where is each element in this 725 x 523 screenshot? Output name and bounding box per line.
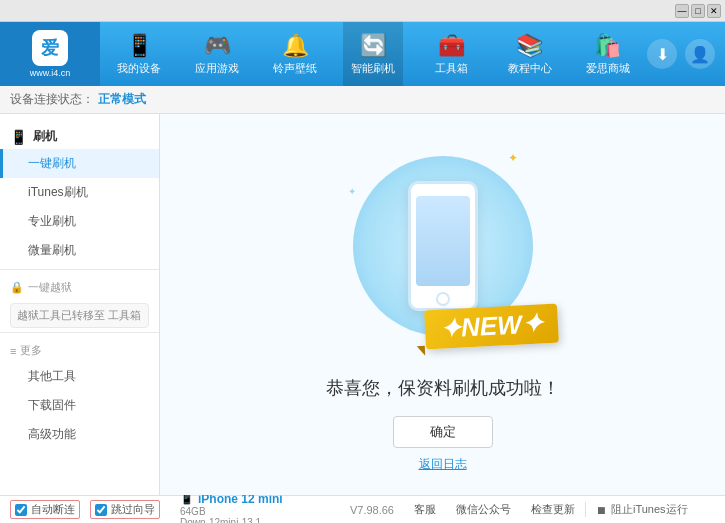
new-badge: ✦NEW✦ (424, 304, 559, 350)
auto-close-checkbox[interactable] (15, 504, 27, 516)
bottom-bar: 自动断连 跳过向导 📱 iPhone 12 mini 64GB Down-12m… (0, 495, 725, 523)
tutorials-icon: 📚 (516, 33, 543, 59)
sidebar-item-other-tools[interactable]: 其他工具 (0, 362, 159, 391)
sidebar-item-save-data-flash[interactable]: 微量刷机 (0, 236, 159, 265)
logo-url: www.i4.cn (30, 68, 71, 78)
sidebar: 📱 刷机 一键刷机 iTunes刷机 专业刷机 微量刷机 🔒 一键越狱 越狱工具… (0, 114, 160, 495)
bottom-right: V7.98.66 客服 微信公众号 检查更新 (350, 502, 575, 517)
smart-flash-label: 智能刷机 (351, 61, 395, 76)
check-update-link[interactable]: 检查更新 (531, 502, 575, 517)
stop-itunes-label: 阻止iTunes运行 (611, 502, 688, 517)
itunes-flash-label: iTunes刷机 (28, 185, 88, 199)
maximize-button[interactable]: □ (691, 4, 705, 18)
wechat-link[interactable]: 微信公众号 (456, 502, 511, 517)
sidebar-group-flash: 📱 刷机 (0, 122, 159, 149)
sidebar-item-one-click-flash[interactable]: 一键刷机 (0, 149, 159, 178)
tutorials-label: 教程中心 (508, 61, 552, 76)
new-badge-container: ✦NEW✦ (425, 307, 558, 346)
return-link[interactable]: 返回日志 (419, 456, 467, 473)
divider-2 (0, 332, 159, 333)
ringtones-label: 铃声壁纸 (273, 61, 317, 76)
close-button[interactable]: ✕ (707, 4, 721, 18)
flash-group-icon: 📱 (10, 129, 27, 145)
toolbox-label: 工具箱 (435, 61, 468, 76)
nav-items: 📱 我的设备 🎮 应用游戏 🔔 铃声壁纸 🔄 智能刷机 🧰 工具箱 📚 教程中心… (100, 22, 647, 86)
divider-1 (0, 269, 159, 270)
pro-flash-label: 专业刷机 (28, 214, 76, 228)
device-info: 📱 iPhone 12 mini 64GB Down-12mini-13,1 (180, 492, 283, 524)
advanced-label: 高级功能 (28, 427, 76, 441)
nav-my-device[interactable]: 📱 我的设备 (109, 22, 169, 86)
version-text: V7.98.66 (350, 504, 394, 516)
checkbox-group: 自动断连 (10, 500, 80, 519)
sidebar-item-download-firmware[interactable]: 下载固件 (0, 391, 159, 420)
sparkle-left: ✦ (348, 186, 356, 197)
nav-ringtones[interactable]: 🔔 铃声壁纸 (265, 22, 325, 86)
flash-group-label: 刷机 (33, 128, 57, 145)
phone-body (408, 181, 478, 311)
service-link[interactable]: 客服 (414, 502, 436, 517)
content-area: ✦ ✦ ✦ ✦NEW✦ 恭喜您，保资料刷机成功啦！ 确定 返回日志 (160, 114, 725, 495)
sidebar-section-jailbreak: 🔒 一键越狱 (0, 274, 159, 299)
header: 爱 www.i4.cn 📱 我的设备 🎮 应用游戏 🔔 铃声壁纸 🔄 智能刷机 … (0, 22, 725, 86)
phone-screen (416, 196, 470, 286)
smart-flash-icon: 🔄 (360, 33, 387, 59)
lock-icon: 🔒 (10, 281, 24, 294)
skip-wizard-label: 跳过向导 (111, 502, 155, 517)
title-bar: — □ ✕ (0, 0, 725, 22)
ringtones-icon: 🔔 (282, 33, 309, 59)
save-data-flash-label: 微量刷机 (28, 243, 76, 257)
sparkle-top-right: ✦ (508, 151, 518, 165)
confirm-button[interactable]: 确定 (393, 416, 493, 448)
sidebar-item-advanced[interactable]: 高级功能 (0, 420, 159, 449)
status-bar: 设备连接状态： 正常模式 (0, 86, 725, 114)
success-message: 恭喜您，保资料刷机成功啦！ (326, 376, 560, 400)
nav-apps[interactable]: 🎮 应用游戏 (187, 22, 247, 86)
sidebar-section-more: ≡ 更多 (0, 337, 159, 362)
nav-shop[interactable]: 🛍️ 爱思商城 (578, 22, 638, 86)
jailbreak-label: 一键越狱 (28, 280, 72, 295)
auto-close-label: 自动断连 (31, 502, 75, 517)
more-icon: ≡ (10, 345, 16, 357)
nav-tutorials[interactable]: 📚 教程中心 (500, 22, 560, 86)
skip-wizard-checkbox[interactable] (95, 504, 107, 516)
stop-itunes-icon: ⏹ (596, 504, 607, 516)
one-click-flash-label: 一键刷机 (28, 156, 76, 170)
phone-home-btn (436, 292, 450, 306)
minimize-button[interactable]: — (675, 4, 689, 18)
main: 📱 刷机 一键刷机 iTunes刷机 专业刷机 微量刷机 🔒 一键越狱 越狱工具… (0, 114, 725, 495)
apps-label: 应用游戏 (195, 61, 239, 76)
logo-icon: 爱 (32, 30, 68, 66)
status-value: 正常模式 (98, 91, 146, 108)
device-storage: 64GB (180, 506, 283, 517)
shop-label: 爱思商城 (586, 61, 630, 76)
my-device-icon: 📱 (126, 33, 153, 59)
jailbreak-note: 越狱工具已转移至 工具箱 (10, 303, 149, 328)
phone-illustration: ✦ ✦ ✦ ✦NEW✦ (343, 136, 543, 356)
device-firmware: Down-12mini-13,1 (180, 517, 283, 524)
user-button[interactable]: 👤 (685, 39, 715, 69)
badge-tail (417, 346, 426, 356)
other-tools-label: 其他工具 (28, 369, 76, 383)
toolbox-icon: 🧰 (438, 33, 465, 59)
my-device-label: 我的设备 (117, 61, 161, 76)
sidebar-item-pro-flash[interactable]: 专业刷机 (0, 207, 159, 236)
apps-icon: 🎮 (204, 33, 231, 59)
bottom-left: 自动断连 跳过向导 📱 iPhone 12 mini 64GB Down-12m… (10, 492, 350, 524)
sidebar-item-itunes-flash[interactable]: iTunes刷机 (0, 178, 159, 207)
stop-itunes[interactable]: ⏹ 阻止iTunes运行 (585, 502, 715, 517)
download-firmware-label: 下载固件 (28, 398, 76, 412)
status-label: 设备连接状态： (10, 91, 94, 108)
nav-toolbox[interactable]: 🧰 工具箱 (422, 22, 482, 86)
nav-right: ⬇ 👤 (647, 39, 725, 69)
checkbox-group-2: 跳过向导 (90, 500, 160, 519)
more-label: 更多 (20, 343, 42, 358)
logo[interactable]: 爱 www.i4.cn (0, 22, 100, 86)
download-button[interactable]: ⬇ (647, 39, 677, 69)
nav-smart-flash[interactable]: 🔄 智能刷机 (343, 22, 403, 86)
shop-icon: 🛍️ (594, 33, 621, 59)
